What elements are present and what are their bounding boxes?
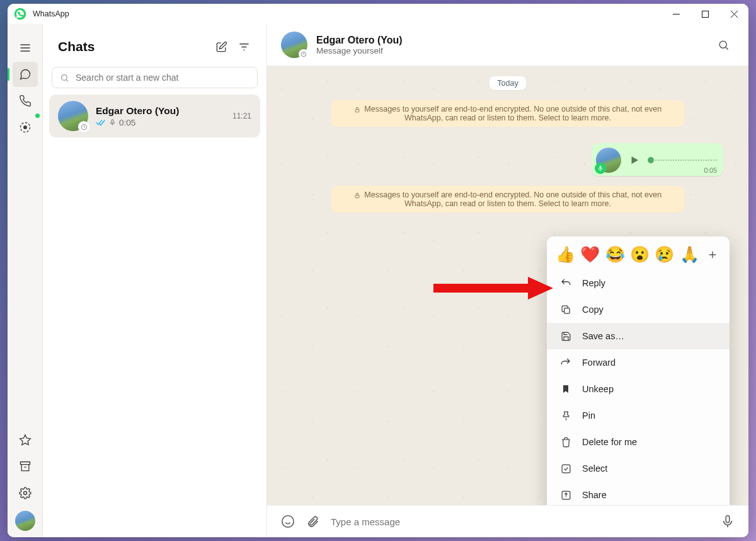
voice-message-bubble[interactable]: 0:05 xyxy=(592,143,723,176)
svg-rect-7 xyxy=(112,119,113,123)
date-separator: Today xyxy=(490,76,525,90)
status-nav-button[interactable] xyxy=(13,115,38,140)
search-icon xyxy=(60,73,69,83)
search-input[interactable] xyxy=(52,67,258,88)
play-button[interactable] xyxy=(626,152,643,168)
attach-button[interactable] xyxy=(306,515,319,528)
read-receipt-icon xyxy=(96,119,106,126)
new-chat-button[interactable] xyxy=(210,35,232,58)
reaction-row: 👍 ❤️ 😂 😮 😢 🙏 xyxy=(547,240,730,270)
svg-point-4 xyxy=(23,492,26,495)
svg-rect-13 xyxy=(564,308,570,313)
svg-point-5 xyxy=(62,74,67,80)
title-bar: WhatsApp xyxy=(8,4,748,24)
maximize-button[interactable] xyxy=(690,4,719,24)
menu-share[interactable]: Share xyxy=(547,482,730,505)
reaction-laugh[interactable]: 😂 xyxy=(605,245,625,264)
archive-nav-button[interactable] xyxy=(13,454,38,479)
menu-delete[interactable]: Delete for me xyxy=(547,429,730,455)
chat-name: Edgar Otero (You) xyxy=(96,105,225,117)
self-badge-icon xyxy=(299,49,309,59)
menu-forward[interactable]: Forward xyxy=(547,349,730,376)
menu-save-as[interactable]: Save as… xyxy=(547,323,730,349)
conversation-search-button[interactable] xyxy=(712,33,735,56)
chats-nav-button[interactable] xyxy=(13,62,38,87)
whatsapp-logo-icon xyxy=(14,8,26,20)
message-context-menu: 👍 ❤️ 😂 😮 😢 🙏 Reply Copy xyxy=(547,236,730,505)
chat-preview-duration: 0:05 xyxy=(119,118,135,127)
trash-icon xyxy=(559,436,572,448)
self-badge-icon xyxy=(78,121,89,132)
message-composer xyxy=(267,505,748,537)
svg-rect-10 xyxy=(355,109,359,112)
conversation-subtitle: Message yourself xyxy=(316,46,703,55)
svg-point-9 xyxy=(719,41,726,48)
search-field[interactable] xyxy=(76,73,249,83)
voice-waveform[interactable] xyxy=(648,154,717,166)
reaction-sad[interactable]: 😢 xyxy=(655,245,674,264)
menu-copy[interactable]: Copy xyxy=(547,296,730,323)
minimize-button[interactable] xyxy=(662,4,690,24)
svg-rect-12 xyxy=(355,195,359,197)
forward-icon xyxy=(559,356,572,369)
calls-nav-button[interactable] xyxy=(13,88,38,113)
copy-icon xyxy=(559,303,572,316)
mic-icon xyxy=(109,118,116,127)
svg-marker-19 xyxy=(528,277,553,300)
menu-pin[interactable]: Pin xyxy=(547,402,730,429)
svg-rect-1 xyxy=(702,11,708,17)
menu-button[interactable] xyxy=(13,35,38,61)
save-icon xyxy=(559,330,572,342)
app-window: WhatsApp xyxy=(8,4,748,537)
voice-record-button[interactable] xyxy=(721,515,735,528)
svg-rect-11 xyxy=(600,166,602,169)
menu-select[interactable]: Select xyxy=(547,455,730,482)
reaction-more-button[interactable] xyxy=(704,247,721,263)
menu-unkeep[interactable]: Unkeep xyxy=(547,376,730,402)
profile-avatar[interactable] xyxy=(15,511,35,531)
svg-rect-17 xyxy=(726,516,730,523)
chat-list-panel: Chats xyxy=(43,24,267,537)
reply-icon xyxy=(559,277,572,289)
filter-button[interactable] xyxy=(232,35,255,58)
bookmark-icon xyxy=(559,383,572,395)
annotation-arrow xyxy=(430,275,556,301)
window-title: WhatsApp xyxy=(33,9,69,18)
pin-icon xyxy=(559,409,572,422)
svg-point-3 xyxy=(23,125,27,129)
menu-reply[interactable]: Reply xyxy=(547,270,730,296)
message-input[interactable] xyxy=(331,516,709,527)
reaction-heart[interactable]: ❤️ xyxy=(580,245,600,264)
svg-rect-14 xyxy=(562,465,570,473)
encryption-notice[interactable]: Messages to yourself are end-to-end encr… xyxy=(331,186,684,212)
lock-icon xyxy=(354,107,360,113)
voice-duration: 0:05 xyxy=(704,166,717,174)
close-button[interactable] xyxy=(719,4,748,24)
chat-time: 11:21 xyxy=(232,112,251,120)
encryption-notice[interactable]: Messages to yourself are end-to-end encr… xyxy=(331,100,684,127)
settings-nav-button[interactable] xyxy=(13,480,38,506)
reaction-thumbs-up[interactable]: 👍 xyxy=(556,245,575,264)
chat-list-title: Chats xyxy=(58,39,210,54)
svg-point-16 xyxy=(282,516,294,527)
select-icon xyxy=(559,462,572,475)
conversation-title[interactable]: Edgar Otero (You) xyxy=(316,35,703,46)
lock-icon xyxy=(354,192,360,199)
mic-badge-icon xyxy=(595,163,606,174)
emoji-picker-button[interactable] xyxy=(281,515,295,528)
starred-nav-button[interactable] xyxy=(13,428,38,453)
navigation-sidebar xyxy=(8,24,43,537)
status-indicator-dot xyxy=(35,113,40,118)
chat-list-item[interactable]: Edgar Otero (You) 0:05 11:21 xyxy=(49,95,260,137)
reaction-wow[interactable]: 😮 xyxy=(630,245,650,264)
share-icon xyxy=(559,489,572,501)
reaction-pray[interactable]: 🙏 xyxy=(680,245,699,264)
